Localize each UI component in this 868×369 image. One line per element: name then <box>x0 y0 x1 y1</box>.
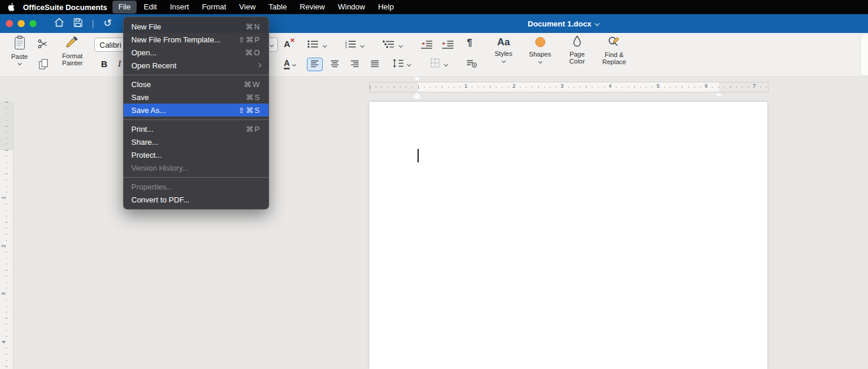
multilevel-list-button[interactable] <box>383 40 402 51</box>
decrease-indent-button[interactable] <box>420 40 433 51</box>
menubar-item-file[interactable]: File <box>112 1 137 14</box>
ruler-tick <box>418 85 419 89</box>
ruler-tick <box>6 234 7 234</box>
text-cursor <box>418 149 419 162</box>
ruler-tick <box>502 87 502 88</box>
ruler-tick <box>604 87 605 88</box>
ruler-tick <box>556 87 556 88</box>
align-center-button[interactable] <box>327 58 343 71</box>
menubar-item-view[interactable]: View <box>233 1 261 14</box>
close-window-button[interactable] <box>6 20 13 27</box>
borders-button[interactable] <box>430 58 448 70</box>
line-spacing-button[interactable] <box>392 59 410 70</box>
menubar-item-table[interactable]: Table <box>263 1 293 14</box>
ruler-tick <box>6 138 7 138</box>
file-menu-item-new-file[interactable]: New File⌘N <box>124 20 269 33</box>
copy-button[interactable] <box>39 59 48 72</box>
ruler-tick <box>538 86 539 88</box>
document-title[interactable]: Document 1.docx <box>528 14 599 33</box>
shapes-button[interactable]: Shapes <box>526 37 554 63</box>
undo-icon[interactable]: ↺ <box>104 18 112 28</box>
bold-button[interactable]: B <box>99 59 110 69</box>
ruler-tick <box>448 87 449 88</box>
ruler-number: 5 <box>657 83 660 89</box>
align-center-icon <box>330 59 339 70</box>
ruler-tick <box>622 87 622 88</box>
show-formatting-marks-button[interactable]: ¶ <box>467 38 472 48</box>
ruler-tick <box>6 264 7 264</box>
ruler-number: 2 <box>1 244 6 247</box>
menu-separator <box>124 75 269 75</box>
justify-button[interactable] <box>367 58 383 71</box>
file-menu-item-convert-to-pdf[interactable]: Convert to PDF... <box>124 193 269 206</box>
paste-label: Paste <box>11 53 28 60</box>
toolbar-overflow-handle[interactable] <box>860 33 868 76</box>
minimize-window-button[interactable] <box>18 20 25 27</box>
file-menu-item-save-as[interactable]: Save As...⇧⌘S <box>124 104 269 117</box>
menu-item-shortcut: ⌘O <box>245 48 261 57</box>
menu-item-label: Protect... <box>131 151 261 159</box>
paste-button[interactable]: Paste <box>6 35 33 65</box>
ruler-tick <box>370 85 370 89</box>
file-menu-item-open-recent[interactable]: Open Recent <box>124 59 269 72</box>
zoom-window-button[interactable] <box>29 20 37 27</box>
font-family-value: Calibri <box>100 41 121 49</box>
file-menu-item-new-file-from-template[interactable]: New File From Template...⇧⌘P <box>124 33 269 46</box>
save-icon[interactable] <box>74 18 82 29</box>
file-menu-item-save[interactable]: Save⌘S <box>124 91 269 104</box>
apple-menu-icon[interactable] <box>7 2 16 12</box>
menu-item-shortcut: ⌘W <box>244 80 261 89</box>
cut-button[interactable] <box>38 39 48 51</box>
file-menu-item-open[interactable]: Open...⌘O <box>124 46 269 59</box>
numbered-list-button[interactable]: 123 <box>345 40 364 51</box>
file-menu-item-print[interactable]: Print...⌘P <box>124 122 269 135</box>
format-painter-button[interactable]: Format Painter <box>57 35 88 67</box>
increase-indent-button[interactable] <box>442 40 454 51</box>
ruler-tick <box>454 87 455 88</box>
menubar-item-review[interactable]: Review <box>294 1 331 14</box>
menu-item-shortcut: ⌘S <box>246 93 261 102</box>
menubar-item-window[interactable]: Window <box>332 1 371 14</box>
bullet-list-button[interactable] <box>307 40 326 51</box>
file-menu-item-protect[interactable]: Protect... <box>124 148 269 161</box>
file-menu-item-close[interactable]: Close⌘W <box>124 78 269 91</box>
menu-item-label: Close <box>131 80 244 89</box>
ruler-tick <box>6 354 7 354</box>
ruler-tick <box>472 87 472 88</box>
font-color-button[interactable]: A <box>284 59 296 69</box>
styles-button[interactable]: Aa Styles <box>490 36 517 62</box>
home-icon[interactable] <box>54 18 64 29</box>
menubar-item-edit[interactable]: Edit <box>138 1 163 14</box>
ruler-tick <box>6 210 7 211</box>
justify-icon <box>370 59 379 70</box>
ruler-number: 3 <box>561 83 564 89</box>
ruler-tick <box>5 126 8 127</box>
align-left-button[interactable] <box>307 58 323 71</box>
ruler-tick <box>460 87 460 88</box>
borders-icon <box>430 58 440 70</box>
horizontal-ruler[interactable]: 1234567 <box>369 82 768 92</box>
find-replace-button[interactable]: Find & Replace <box>597 35 631 65</box>
ruler-tick <box>484 87 485 88</box>
ruler-tick <box>5 222 8 222</box>
italic-button[interactable]: I <box>115 59 124 69</box>
file-menu-item-share[interactable]: Share... <box>124 135 269 148</box>
file-menu-item-version-history: Version History... <box>124 161 269 174</box>
ruler-tick <box>592 87 592 88</box>
document-page[interactable] <box>369 102 767 369</box>
align-right-button[interactable] <box>347 58 363 71</box>
ruler-tick <box>6 204 7 204</box>
ruler-tick <box>6 216 7 217</box>
left-indent-marker[interactable] <box>414 96 420 99</box>
page-color-button[interactable]: Page Color <box>562 35 592 65</box>
menubar-item-insert[interactable]: Insert <box>164 1 195 14</box>
right-indent-marker[interactable] <box>715 92 722 96</box>
clear-formatting-button[interactable]: A ✕ <box>284 39 290 49</box>
ruler-tick <box>616 87 617 88</box>
menubar-item-help[interactable]: Help <box>372 1 400 14</box>
menubar-item-format[interactable]: Format <box>196 1 232 14</box>
paragraph-settings-button[interactable] <box>466 59 478 70</box>
ruler-tick <box>6 228 7 228</box>
first-line-indent-marker[interactable] <box>414 77 420 81</box>
vertical-ruler[interactable]: 1234 <box>0 102 14 369</box>
